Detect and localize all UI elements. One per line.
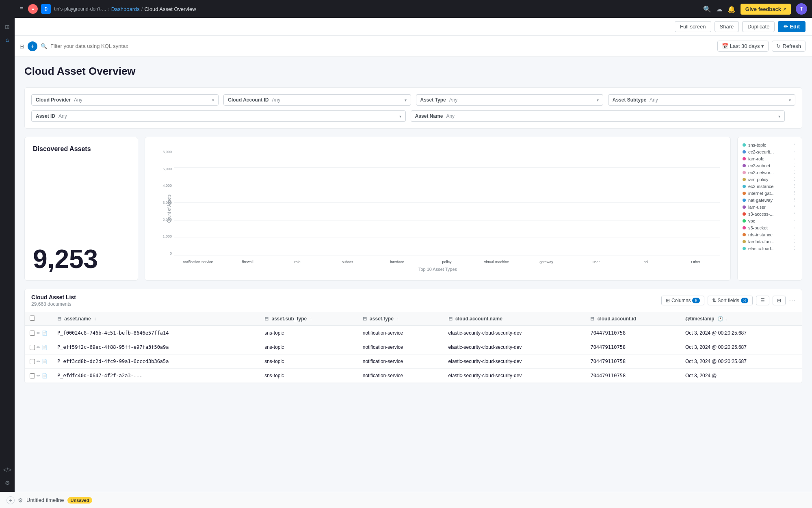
select-all-checkbox[interactable] xyxy=(30,316,35,321)
row-account-id-cell: 704479110758 xyxy=(585,355,680,369)
legend-item-5[interactable]: iam-policy ⋮ xyxy=(743,177,797,182)
legend-menu-icon[interactable]: ⋮ xyxy=(793,163,797,168)
col-name-header[interactable]: ⊟ asset.name ↕ xyxy=(52,312,260,326)
kql-search-input[interactable] xyxy=(50,43,714,49)
edit-icon[interactable]: ✏ xyxy=(37,359,40,364)
table-tools: ⊞ Columns 6 ⇅ Sort fields 3 ☰ ⊟ ⋯ xyxy=(661,296,795,305)
y-axis-labels: 6,000 5,000 4,000 3,000 2,000 1,000 0 xyxy=(156,150,172,255)
legend-item-8[interactable]: nat-gateway ⋮ xyxy=(743,197,797,203)
filter-row-1: Cloud Provider Any ▾ Cloud Account ID An… xyxy=(31,94,795,106)
cloud-provider-filter[interactable]: Cloud Provider Any ▾ xyxy=(31,94,219,106)
legend-item-2[interactable]: iam-role ⋮ xyxy=(743,156,797,161)
legend-dot xyxy=(743,205,746,209)
legend-item-4[interactable]: ec2-networ... ⋮ xyxy=(743,170,797,175)
edit-button[interactable]: ✏ Edit xyxy=(778,21,806,32)
cloud-account-id-filter[interactable]: Cloud Account ID Any ▾ xyxy=(223,94,411,106)
legend-menu-icon[interactable]: ⋮ xyxy=(793,239,797,244)
legend-dot xyxy=(743,199,746,202)
col-type-header[interactable]: ⊟ asset.type ↑ xyxy=(358,312,444,326)
col-account-id-header[interactable]: ⊟ cloud.account.id xyxy=(585,312,680,326)
legend-item-13[interactable]: rds-instance ⋮ xyxy=(743,232,797,237)
chevron-down-icon: ▾ xyxy=(761,43,764,49)
chart-container: Count of Assets 6,000 5,000 4,000 3,000 … xyxy=(152,144,724,274)
inspect-icon[interactable]: 📄 xyxy=(42,373,48,378)
breadcrumb-dashboards[interactable]: Dashboards xyxy=(111,6,140,12)
columns-button[interactable]: ⊞ Columns 6 xyxy=(661,296,704,305)
bell-icon[interactable]: 🔔 xyxy=(728,5,736,13)
legend-menu-icon[interactable]: ⋮ xyxy=(793,170,797,175)
legend-menu-icon[interactable]: ⋮ xyxy=(793,204,797,210)
search-icon[interactable]: 🔍 xyxy=(703,5,711,13)
hamburger-icon[interactable]: ≡ xyxy=(19,5,23,13)
sidebar-icon-grid[interactable]: ⊞ xyxy=(2,21,13,32)
legend-menu-icon[interactable]: ⋮ xyxy=(793,225,797,230)
sort-fields-button[interactable]: ⇅ Sort fields 3 xyxy=(708,296,753,305)
view-toggle-button[interactable]: ☰ xyxy=(756,296,769,305)
asset-type-filter[interactable]: Asset Type Any ▾ xyxy=(416,94,603,106)
share-button[interactable]: Share xyxy=(715,21,739,32)
legend-item-0[interactable]: sns-topic ⋮ xyxy=(743,142,797,147)
legend-menu-icon[interactable]: ⋮ xyxy=(793,218,797,223)
add-filter-button[interactable]: + xyxy=(28,41,37,51)
edit-icon[interactable]: ✏ xyxy=(37,373,40,378)
breadcrumb: tin's-playground-don't-... › Dashboards … xyxy=(54,6,196,12)
legend-item-9[interactable]: iam-user ⋮ xyxy=(743,204,797,210)
legend-menu-icon[interactable]: ⋮ xyxy=(793,246,797,251)
legend-menu-icon[interactable]: ⋮ xyxy=(793,190,797,196)
refresh-button[interactable]: ↻ Refresh xyxy=(772,41,806,52)
row-name-cell: P_eff3cd8b-dc2d-4fc9-99a1-6cccd3b36a5a xyxy=(52,355,260,369)
legend-label: nat-gateway xyxy=(748,198,790,203)
filter-icon[interactable]: ⊟ xyxy=(19,43,24,50)
row-checkbox[interactable] xyxy=(30,331,35,336)
sidebar-icon-home[interactable]: ⌂ xyxy=(2,34,13,45)
duplicate-button[interactable]: Duplicate xyxy=(742,21,775,32)
legend-item-12[interactable]: s3-bucket ⋮ xyxy=(743,225,797,230)
cloud-icon[interactable]: ☁ xyxy=(716,5,723,13)
legend-menu-icon[interactable]: ⋮ xyxy=(793,149,797,154)
x-label-role: role xyxy=(273,260,322,264)
legend-item-14[interactable]: lambda-fun... ⋮ xyxy=(743,239,797,244)
legend-menu-icon[interactable]: ⋮ xyxy=(793,177,797,182)
breadcrumb-sep1: › xyxy=(108,6,109,12)
legend-item-6[interactable]: ec2-instance ⋮ xyxy=(743,184,797,189)
legend-item-1[interactable]: ec2-securit... ⋮ xyxy=(743,149,797,154)
edit-icon[interactable]: ✏ xyxy=(37,345,40,350)
legend-item-7[interactable]: internet-gat... ⋮ xyxy=(743,190,797,196)
inspect-icon[interactable]: 📄 xyxy=(42,359,48,364)
edit-icon[interactable]: ✏ xyxy=(37,331,40,336)
asset-subtype-filter[interactable]: Asset Subtype Any ▾ xyxy=(608,94,795,106)
x-label-acl: acl xyxy=(622,260,670,264)
asset-name-value: Any xyxy=(446,113,775,119)
col-account-name-header[interactable]: ⊟ cloud.account.name xyxy=(444,312,586,326)
col-timestamp-header[interactable]: @timestamp 🕐 ↓ xyxy=(680,312,802,326)
inspect-icon[interactable]: 📄 xyxy=(42,331,48,336)
asset-subtype-chevron: ▾ xyxy=(789,98,791,102)
legend-item-15[interactable]: elastic-load... ⋮ xyxy=(743,246,797,251)
legend-menu-icon[interactable]: ⋮ xyxy=(793,184,797,189)
x-label-vm: virtual-machine xyxy=(472,260,521,264)
legend-item-11[interactable]: vpc ⋮ xyxy=(743,218,797,223)
row-checkbox[interactable] xyxy=(30,373,35,378)
row-checkbox[interactable] xyxy=(30,345,35,350)
inspect-icon[interactable]: 📄 xyxy=(42,345,48,350)
filter-table-button[interactable]: ⊟ xyxy=(773,296,786,305)
legend-item-3[interactable]: ec2-subnet ⋮ xyxy=(743,163,797,168)
bars-container xyxy=(174,150,720,255)
x-axis-title: Top 10 Asset Types xyxy=(152,267,724,272)
row-checkbox[interactable] xyxy=(30,359,35,364)
give-feedback-button[interactable]: Give feedback ↗ xyxy=(741,4,791,15)
legend-menu-icon[interactable]: ⋮ xyxy=(793,197,797,203)
asset-id-filter[interactable]: Asset ID Any ▾ xyxy=(31,110,406,122)
table-more-button[interactable]: ⋯ xyxy=(789,297,795,305)
fullscreen-button[interactable]: Full screen xyxy=(675,21,711,32)
legend-menu-icon[interactable]: ⋮ xyxy=(793,142,797,147)
legend-item-10[interactable]: s3-access-... ⋮ xyxy=(743,211,797,216)
user-avatar[interactable]: T xyxy=(796,3,807,15)
date-range-button[interactable]: 📅 Last 30 days ▾ xyxy=(717,41,769,52)
col-subtype-header[interactable]: ⊟ asset.sub_type ↑ xyxy=(260,312,358,326)
dashboard-row: Discovered Assets 9,253 Count of Assets … xyxy=(24,137,802,281)
legend-menu-icon[interactable]: ⋮ xyxy=(793,156,797,161)
asset-name-filter[interactable]: Asset Name Any ▾ xyxy=(411,110,785,122)
legend-menu-icon[interactable]: ⋮ xyxy=(793,211,797,216)
legend-menu-icon[interactable]: ⋮ xyxy=(793,232,797,237)
